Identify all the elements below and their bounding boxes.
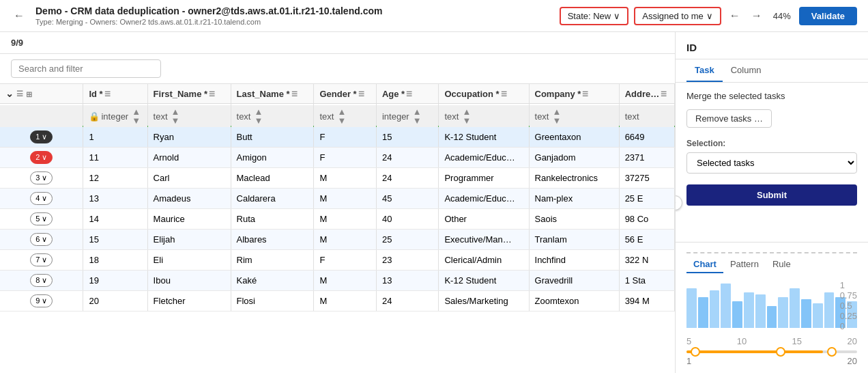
row-badge[interactable]: 8 ∨ [30, 274, 53, 287]
chart-bars [686, 280, 857, 328]
slider-thumb-left[interactable] [691, 347, 700, 357]
id-sort-icon[interactable]: ▲▼ [132, 107, 141, 125]
cell-address: 6649 [619, 126, 674, 148]
cell-firstname: Maurice [147, 209, 231, 230]
cell-address: 322 N [619, 250, 674, 271]
cell-address: 394 M [619, 291, 674, 312]
cell-company: Tranlam [529, 230, 619, 250]
cell-badge: 8 ∨ [0, 271, 83, 291]
col-header-lastname: Last_Name * ☰ [231, 84, 314, 104]
slider-track [686, 350, 857, 353]
cell-badge: 7 ∨ [0, 250, 83, 271]
state-button[interactable]: State: New ∨ [560, 7, 629, 25]
row-badge[interactable]: 6 ∨ [30, 233, 53, 246]
col-header-age: Age * ☰ [376, 84, 438, 104]
table-row[interactable]: 5 ∨ 14 Maurice Ruta M 40 Other Saois 98 … [0, 209, 675, 230]
nav-back-button[interactable]: ← [727, 7, 743, 25]
cell-company: Gravedrill [529, 271, 619, 291]
cell-firstname: Ibou [147, 271, 231, 291]
col-menu-icon[interactable]: ☰ [16, 89, 23, 98]
cell-lastname: Kaké [231, 271, 314, 291]
cell-company: Zoomtexon [529, 291, 619, 312]
chart-tab-rule[interactable]: Rule [766, 256, 798, 273]
cell-occupation: Academic/Educ… [439, 189, 529, 209]
row-badge[interactable]: 3 ∨ [30, 171, 53, 184]
chart-tab-chart[interactable]: Chart [686, 256, 723, 273]
chart-area: 1 0.75 0.5 0.25 0 [686, 280, 857, 335]
nav-forward-button[interactable]: → [749, 7, 765, 25]
validate-button[interactable]: Validate [799, 7, 857, 25]
chart-bar [755, 294, 766, 328]
expand-all-icon[interactable]: ⌄ [5, 88, 14, 99]
cell-occupation: Executive/Man… [439, 230, 529, 250]
panel-body: Merge the selected tasks Remove tasks … … [676, 83, 868, 242]
chart-bar [721, 284, 731, 328]
selection-label: Selection: [686, 139, 857, 148]
cell-occupation: Academic/Educ… [439, 148, 529, 168]
col-header-occupation: Occupation * ☰ [439, 84, 529, 104]
table-row[interactable]: 7 ∨ 18 Eli Rim F 23 Clerical/Admin Inchf… [0, 250, 675, 271]
cell-age: 24 [376, 168, 438, 189]
row-badge[interactable]: 2 ∨ [30, 151, 53, 164]
cell-firstname: Carl [147, 168, 231, 189]
slider-fill [686, 350, 823, 353]
assigned-to-me-button[interactable]: Assigned to me ∨ [634, 7, 721, 25]
col-age-menu-icon[interactable]: ☰ [406, 90, 412, 98]
firstname-sort-icon[interactable]: ▲▼ [171, 107, 180, 125]
row-badge[interactable]: 5 ∨ [30, 212, 53, 225]
col-gender-menu-icon[interactable]: ☰ [358, 90, 364, 98]
cell-badge: 5 ∨ [0, 209, 83, 230]
slider-thumb-mid[interactable] [776, 347, 785, 357]
cell-badge: 1 ∨ [0, 126, 83, 148]
remove-tasks-button[interactable]: Remove tasks … [686, 109, 772, 128]
top-bar: 9/9 [0, 32, 675, 54]
cell-id: 13 [83, 189, 147, 209]
table-row[interactable]: 4 ∨ 13 Amadeus Caldarera M 45 Academic/E… [0, 189, 675, 209]
data-table: ⌄ ☰ ⊞ Id * ☰ [0, 84, 675, 312]
row-badge[interactable]: 1 ∨ [30, 130, 53, 143]
col-lastname-menu-icon[interactable]: ☰ [291, 90, 298, 98]
slider-thumb-right[interactable] [827, 347, 837, 357]
y-label-05: 0.5 [840, 301, 857, 311]
gender-sort-icon[interactable]: ▲▼ [337, 107, 346, 125]
header-title-block: Demo - CRM data deduplication - owner2@t… [35, 5, 551, 26]
row-badge[interactable]: 7 ∨ [30, 253, 53, 266]
selection-dropdown[interactable]: Selected tasks All tasks Custom [686, 152, 857, 174]
left-panel: 9/9 ⌄ ☰ ⊞ [0, 32, 676, 373]
col-company-menu-icon[interactable]: ☰ [582, 90, 588, 98]
age-sort-icon[interactable]: ▲▼ [413, 107, 422, 125]
cell-occupation: Sales/Marketing [439, 291, 529, 312]
col-header-rownum: ⌄ ☰ ⊞ [0, 84, 83, 104]
chart-bar [744, 292, 754, 328]
table-row[interactable]: 8 ∨ 19 Ibou Kaké M 13 K-12 Student Grave… [0, 271, 675, 291]
lastname-sort-icon[interactable]: ▲▼ [255, 107, 263, 125]
table-row[interactable]: 6 ∨ 15 Elijah Albares M 25 Executive/Man… [0, 230, 675, 250]
table-row[interactable]: 9 ∨ 20 Fletcher Flosi M 24 Sales/Marketi… [0, 291, 675, 312]
table-row[interactable]: 3 ∨ 12 Carl Maclead M 24 Programmer Rank… [0, 168, 675, 189]
page-subtitle: Type: Merging - Owners: Owner2 tds.aws.a… [35, 18, 551, 26]
slider-max-label: 20 [848, 356, 857, 366]
table-row[interactable]: 2 ∨ 11 Arnold Amigon F 24 Academic/Educ…… [0, 148, 675, 168]
tab-column[interactable]: Column [723, 59, 770, 82]
cell-id: 12 [83, 168, 147, 189]
col-header-gender: Gender * ☰ [314, 84, 376, 104]
tab-task[interactable]: Task [686, 59, 723, 82]
chart-tab-pattern[interactable]: Pattern [723, 256, 766, 273]
col-firstname-menu-icon[interactable]: ☰ [209, 90, 215, 98]
search-input[interactable] [11, 59, 161, 78]
cell-badge: 3 ∨ [0, 168, 83, 189]
cell-firstname: Ryan [147, 126, 231, 148]
grid-view-icon[interactable]: ⊞ [26, 90, 32, 99]
x-label-20: 20 [848, 336, 857, 346]
cell-address: 98 Co [619, 209, 674, 230]
row-badge[interactable]: 4 ∨ [30, 192, 53, 205]
col-address-menu-icon[interactable]: ☰ [661, 90, 667, 98]
col-occupation-menu-icon[interactable]: ☰ [501, 90, 507, 98]
occupation-sort-icon[interactable]: ▲▼ [462, 107, 471, 125]
back-button[interactable]: ← [11, 7, 27, 25]
col-id-menu-icon[interactable]: ☰ [104, 90, 111, 98]
submit-button[interactable]: Submit [686, 184, 857, 206]
table-row[interactable]: 1 ∨ 1 Ryan Butt F 15 K-12 Student Greent… [0, 126, 675, 148]
company-sort-icon[interactable]: ▲▼ [553, 107, 562, 125]
row-badge[interactable]: 9 ∨ [30, 294, 53, 307]
